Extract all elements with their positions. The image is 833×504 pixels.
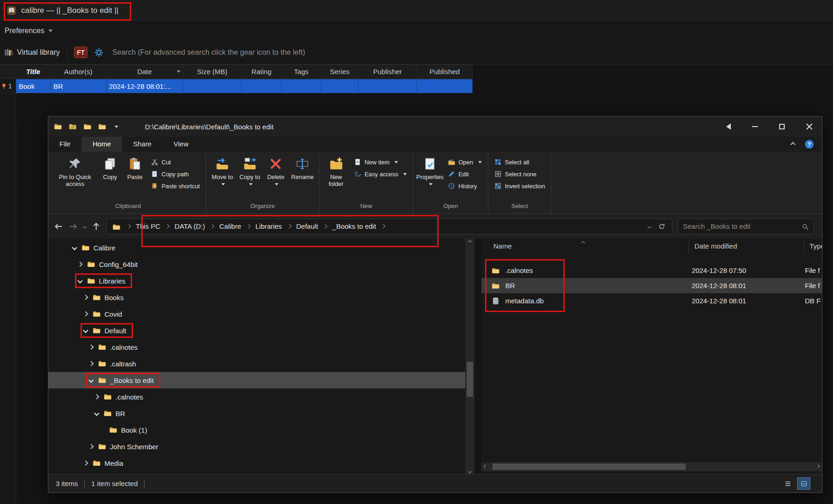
tab-share[interactable]: Share [122, 137, 162, 152]
column-header-size-mb[interactable]: Size (MB) [183, 65, 242, 78]
ribbon-button-paste-shortcut[interactable]: Paste shortcut [151, 182, 200, 190]
tree-item-media[interactable]: Media [48, 455, 465, 471]
ribbon-button-copy-to[interactable]: Copy to [237, 153, 262, 186]
book-cell-series[interactable] [321, 79, 359, 93]
ribbon-button-open[interactable]: Open [448, 158, 482, 166]
book-list-selected-row[interactable]: 1BookBR2024-12-28 08:01:... [0, 79, 473, 93]
address-bar[interactable]: This PCDATA (D:)CalibreLibrariesDefault_… [106, 219, 672, 234]
ribbon-button-cut[interactable]: Cut [151, 158, 200, 166]
breadcrumb-item-calibre[interactable]: Calibre [215, 222, 245, 230]
book-cell-size-mb[interactable] [183, 79, 242, 93]
column-header-date[interactable]: Date [106, 65, 183, 78]
tab-file[interactable]: File [48, 137, 81, 152]
column-header-series[interactable]: Series [321, 65, 359, 78]
tree-item-covid[interactable]: Covid [48, 306, 465, 322]
qat-new-folder-icon[interactable] [98, 122, 106, 131]
close-button[interactable] [806, 123, 813, 130]
tree-item-br[interactable]: BR [48, 405, 465, 422]
file-row-calnotes[interactable]: .calnotes2024-12-28 07:50File f [481, 263, 822, 278]
column-header-rating[interactable]: Rating [242, 65, 282, 78]
tree-expander-icon[interactable] [82, 312, 89, 316]
book-cell-tags[interactable] [282, 79, 321, 93]
tree-item-calnotes[interactable]: .calnotes [48, 388, 465, 405]
up-button[interactable] [92, 222, 101, 231]
tree-expander-icon[interactable] [77, 279, 83, 283]
ribbon-button-copy[interactable]: Copy [98, 153, 121, 181]
ribbon-button-rename[interactable]: Rename [289, 153, 316, 181]
ribbon-button-invert-selection[interactable]: Invert selection [494, 182, 545, 190]
tree-item-books-to-edit[interactable]: _Books to edit [48, 372, 465, 388]
column-header-name[interactable]: Name [481, 238, 689, 253]
column-header-publisher[interactable]: Publisher [359, 65, 417, 78]
preferences-menu-button[interactable]: Preferences [0, 21, 833, 41]
tree-expander-icon[interactable] [88, 345, 94, 349]
column-header-tags[interactable]: Tags [282, 65, 321, 78]
minimize-button[interactable] [752, 126, 758, 127]
virtual-library-button[interactable]: Virtual library [0, 48, 66, 57]
tab-view[interactable]: View [162, 137, 199, 152]
collapse-left-icon[interactable] [726, 123, 731, 130]
tree-expander-icon[interactable] [93, 395, 100, 399]
ribbon-button-select-all[interactable]: Select all [494, 158, 545, 166]
maximize-button[interactable] [779, 124, 785, 129]
book-cell-author-s[interactable]: BR [51, 79, 106, 93]
back-button[interactable] [54, 222, 63, 231]
ribbon-button-easy-access[interactable]: Easy access [354, 170, 407, 178]
breadcrumb-item-default[interactable]: Default [293, 222, 322, 230]
ribbon-button-new-folder[interactable]: New folder [323, 153, 349, 188]
tree-expander-icon[interactable] [88, 445, 94, 448]
ribbon-button-paste[interactable]: Paste [123, 153, 146, 181]
recent-locations-chevron-icon[interactable] [83, 224, 87, 228]
ribbon-button-pin-to-quick-access[interactable]: Pin to Quick access [53, 153, 97, 188]
tree-expander-icon[interactable] [88, 378, 94, 382]
tree-item-books[interactable]: Books [48, 289, 465, 306]
qat-folder-icon[interactable] [83, 122, 92, 131]
column-header-author-s[interactable]: Author(s) [51, 65, 106, 78]
address-dropdown-chevron-icon[interactable] [648, 224, 651, 228]
book-cell-date[interactable]: 2024-12-28 08:01:... [106, 79, 183, 93]
tree-expander-icon[interactable] [88, 362, 94, 365]
ribbon-button-history[interactable]: History [448, 182, 482, 190]
scroll-left-icon[interactable] [484, 464, 487, 468]
tree-item-john-schember[interactable]: John Schember [48, 438, 465, 455]
qat-properties-folder-icon[interactable] [69, 122, 77, 131]
scroll-down-icon[interactable] [468, 469, 472, 473]
breadcrumb-item-libraries[interactable]: Libraries [252, 222, 286, 230]
tree-scrollbar-thumb[interactable] [467, 362, 473, 397]
ribbon-button-select-none[interactable]: Select none [494, 170, 545, 178]
details-view-button[interactable] [781, 478, 794, 489]
tree-item-book-1[interactable]: Book (1) [48, 422, 465, 438]
forward-button[interactable] [69, 222, 78, 231]
files-horizontal-scrollbar[interactable] [481, 462, 822, 471]
tree-expander-icon[interactable] [82, 329, 89, 332]
search-input[interactable]: Search (For advanced search click the ge… [110, 48, 833, 57]
tree-expander-icon[interactable] [93, 411, 100, 415]
column-header-title[interactable]: Title [16, 65, 51, 78]
breadcrumb-item-this-pc[interactable]: This PC [132, 222, 164, 230]
ribbon-button-move-to[interactable]: Move to [209, 153, 235, 186]
qat-customize-chevron-icon[interactable] [115, 126, 118, 128]
tree-expander-icon[interactable] [82, 295, 89, 299]
breadcrumb-item-books-to-edit[interactable]: _Books to edit [329, 222, 380, 230]
tree-expander-icon[interactable] [82, 461, 89, 465]
tree-item-caltrash[interactable]: .caltrash [48, 355, 465, 372]
tree-expander-icon[interactable] [77, 262, 83, 266]
explorer-search-box[interactable]: Search _Books to edit [678, 219, 814, 234]
files-scrollbar-thumb[interactable] [492, 463, 686, 470]
tree-expander-icon[interactable] [71, 246, 78, 249]
refresh-icon[interactable] [658, 223, 665, 230]
column-header-published[interactable]: Published [417, 65, 473, 78]
tree-item-calibre[interactable]: Calibre [48, 239, 465, 256]
ribbon-button-copy-path[interactable]: Copy path [151, 170, 200, 178]
breadcrumb-item-data-d[interactable]: DATA (D:) [171, 222, 208, 230]
thumbnail-view-button[interactable] [798, 478, 810, 489]
file-row-br[interactable]: BR2024-12-28 08:01File f [481, 278, 822, 293]
book-cell-published[interactable] [417, 79, 473, 93]
tree-item-default[interactable]: Default [48, 322, 465, 339]
column-header-type[interactable]: Type [804, 238, 822, 253]
search-gear-icon[interactable] [94, 47, 104, 58]
ribbon-button-edit[interactable]: Edit [448, 170, 482, 178]
tree-item-libraries[interactable]: Libraries [48, 272, 465, 289]
scroll-up-icon[interactable] [468, 240, 472, 244]
book-cell-publisher[interactable] [359, 79, 417, 93]
